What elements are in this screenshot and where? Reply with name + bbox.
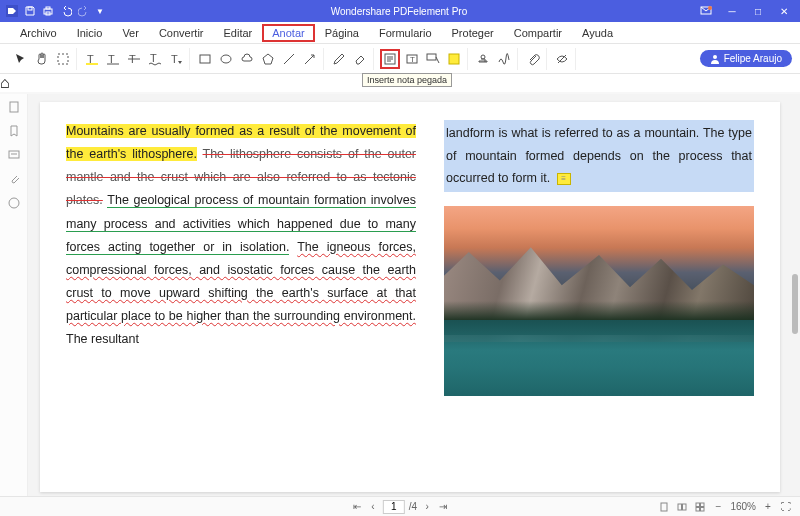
area-highlight-icon[interactable] [445, 50, 463, 68]
first-page-icon[interactable]: ⇤ [351, 501, 363, 513]
menu-editar[interactable]: Editar [214, 24, 263, 42]
polygon-icon[interactable] [259, 50, 277, 68]
svg-text:T: T [171, 53, 178, 65]
svg-rect-7 [58, 54, 68, 64]
title-bar: ▼ Wondershare PDFelement Pro ─ □ ✕ [0, 0, 800, 22]
svg-point-31 [713, 55, 717, 59]
svg-point-17 [221, 55, 231, 63]
view-facing-icon[interactable] [676, 501, 688, 513]
menu-ver[interactable]: Ver [112, 24, 149, 42]
svg-rect-26 [427, 54, 436, 60]
menu-bar: Archivo Inicio Ver Convertir Editar Anot… [0, 22, 800, 44]
svg-rect-37 [678, 504, 682, 510]
maximize-icon[interactable]: □ [746, 0, 770, 22]
bookmarks-icon[interactable] [7, 124, 21, 138]
dropdown-icon[interactable]: ▼ [96, 7, 104, 16]
hand-icon[interactable] [33, 50, 51, 68]
status-bar: ⇤ ‹ /4 › ⇥ − 160% + ⛶ [0, 496, 800, 516]
sticky-note-icon[interactable]: Inserte nota pegada [380, 49, 400, 69]
zoom-in-icon[interactable]: + [762, 501, 774, 513]
hide-icon[interactable] [553, 50, 571, 68]
app-logo-icon [6, 5, 18, 17]
document-viewport[interactable]: Mountains are usually formed as a result… [28, 94, 790, 496]
undo-icon[interactable] [60, 5, 72, 17]
svg-rect-36 [661, 503, 667, 511]
strikethrough-icon[interactable]: T [125, 50, 143, 68]
cloud-icon[interactable] [238, 50, 256, 68]
right-column: landform is what is referred to as a mou… [444, 120, 754, 474]
page-total: /4 [409, 501, 417, 512]
fullscreen-icon[interactable]: ⛶ [780, 501, 792, 513]
menu-formulario[interactable]: Formulario [369, 24, 442, 42]
svg-line-19 [305, 55, 314, 64]
work-area: Mountains are usually formed as a result… [0, 94, 800, 496]
scrollbar[interactable] [790, 94, 800, 496]
svg-rect-28 [449, 54, 459, 64]
svg-rect-38 [683, 504, 687, 510]
svg-rect-16 [200, 55, 210, 63]
view-continuous-icon[interactable] [694, 501, 706, 513]
svg-line-18 [284, 54, 294, 64]
last-page-icon[interactable]: ⇥ [437, 501, 449, 513]
attachment-icon[interactable] [524, 50, 542, 68]
svg-rect-1 [28, 7, 32, 10]
menu-proteger[interactable]: Proteger [442, 24, 504, 42]
svg-rect-39 [696, 503, 700, 507]
pointer-icon[interactable] [12, 50, 30, 68]
svg-text:T: T [108, 53, 115, 65]
menu-pagina[interactable]: Página [315, 24, 369, 42]
home-icon[interactable]: ⌂ [0, 74, 10, 91]
select-icon[interactable] [54, 50, 72, 68]
prev-page-icon[interactable]: ‹ [367, 501, 379, 513]
menu-inicio[interactable]: Inicio [67, 24, 113, 42]
highlight-icon[interactable]: T [83, 50, 101, 68]
svg-rect-3 [46, 7, 50, 9]
notification-icon[interactable] [694, 0, 718, 22]
attachments-panel-icon[interactable] [7, 172, 21, 186]
squiggly-icon[interactable]: T [146, 50, 164, 68]
svg-text:T: T [150, 52, 157, 64]
rectangle-icon[interactable] [196, 50, 214, 68]
annotations-icon[interactable] [7, 148, 21, 162]
menu-archivo[interactable]: Archivo [10, 24, 67, 42]
svg-point-35 [9, 198, 19, 208]
oval-icon[interactable] [217, 50, 235, 68]
print-icon[interactable] [42, 5, 54, 17]
page-input[interactable] [383, 500, 405, 514]
menu-compartir[interactable]: Compartir [504, 24, 572, 42]
menu-ayuda[interactable]: Ayuda [572, 24, 623, 42]
annotation-toolbar: T T T T T Inserte nota pegada T Feli [0, 44, 800, 74]
mountain-image [444, 206, 754, 396]
callout-icon[interactable] [424, 50, 442, 68]
user-badge[interactable]: Felipe Araujo [700, 50, 792, 67]
caret-icon[interactable]: T [167, 50, 185, 68]
eraser-icon[interactable] [351, 50, 369, 68]
menu-convertir[interactable]: Convertir [149, 24, 214, 42]
next-page-icon[interactable]: › [421, 501, 433, 513]
pencil-icon[interactable] [330, 50, 348, 68]
arrow-icon[interactable] [301, 50, 319, 68]
svg-point-6 [708, 6, 712, 10]
comments-icon[interactable] [7, 196, 21, 210]
redo-icon[interactable] [78, 5, 90, 17]
area-highlight-box[interactable]: landform is what is referred to as a mou… [444, 120, 754, 192]
signature-icon[interactable] [495, 50, 513, 68]
underline-icon[interactable]: T [104, 50, 122, 68]
page: Mountains are usually formed as a result… [40, 102, 780, 492]
svg-rect-42 [701, 507, 705, 511]
minimize-icon[interactable]: ─ [720, 0, 744, 22]
view-single-icon[interactable] [658, 501, 670, 513]
svg-text:T: T [410, 55, 415, 64]
zoom-out-icon[interactable]: − [712, 501, 724, 513]
sticky-note-marker[interactable]: ≡ [557, 173, 571, 185]
left-column: Mountains are usually formed as a result… [66, 120, 416, 474]
plain-text: The resultant [66, 332, 139, 346]
stamp-icon[interactable] [474, 50, 492, 68]
menu-anotar[interactable]: Anotar [262, 24, 314, 42]
scrollbar-thumb[interactable] [792, 274, 798, 334]
textbox-icon[interactable]: T [403, 50, 421, 68]
save-icon[interactable] [24, 5, 36, 17]
close-icon[interactable]: ✕ [772, 0, 796, 22]
thumbnails-icon[interactable] [7, 100, 21, 114]
line-icon[interactable] [280, 50, 298, 68]
